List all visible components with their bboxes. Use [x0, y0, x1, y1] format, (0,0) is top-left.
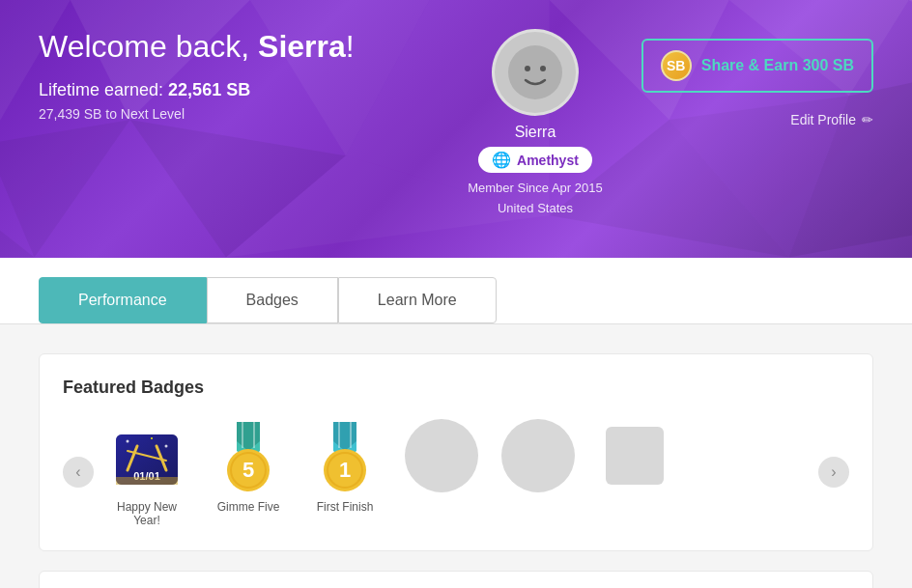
share-button-label: Share & Earn 300 SB: [701, 57, 854, 74]
list-item: 5 Gimme Five: [210, 417, 287, 514]
featured-badges-card: Featured Badges ‹: [39, 353, 873, 551]
tab-learn-more[interactable]: Learn More: [338, 277, 497, 323]
next-level: 27,439 SB to Next Level: [39, 106, 429, 122]
badges-carousel: ‹: [63, 417, 849, 527]
list-item: [403, 417, 480, 500]
badge-image: [596, 417, 673, 494]
level-name: Amethyst: [517, 153, 579, 168]
chevron-left-icon: ‹: [75, 463, 80, 481]
header-center: Sierra 🌐 Amethyst Member Since Apr 2015 …: [468, 29, 602, 219]
chevron-right-icon: ›: [831, 463, 836, 481]
level-badge: 🌐 Amethyst: [478, 147, 592, 173]
daily-streak-card[interactable]: Daily Streak ›: [39, 571, 873, 588]
badge-name: First Finish: [317, 500, 374, 514]
empty-badge: [501, 419, 575, 492]
carousel-prev-button[interactable]: ‹: [63, 457, 94, 488]
badge-name: Gimme Five: [217, 500, 280, 514]
list-item: [499, 417, 577, 500]
svg-point-21: [151, 437, 153, 439]
edit-profile-label: Edit Profile: [790, 112, 856, 127]
badge-image: [403, 417, 480, 494]
badge-image: 01/01: [108, 417, 185, 494]
member-since: Member Since Apr 2015 United States: [468, 179, 602, 219]
coin-icon: SB: [661, 50, 692, 81]
svg-rect-26: [116, 477, 178, 485]
list-item: [596, 417, 673, 500]
badges-list: 01/01 Happy New Year!: [103, 417, 809, 527]
featured-badges-title: Featured Badges: [63, 378, 849, 398]
tabs-container: Performance Badges Learn More: [0, 258, 912, 324]
header-left: Welcome back, Sierra! Lifetime earned: 2…: [39, 29, 429, 122]
svg-text:1: 1: [339, 458, 351, 482]
svg-point-15: [525, 66, 530, 71]
badge-image: [499, 417, 577, 494]
header-content: Welcome back, Sierra! Lifetime earned: 2…: [39, 29, 873, 219]
svg-point-20: [165, 444, 168, 447]
lifetime-earned: Lifetime earned: 22,561 SB: [39, 80, 429, 100]
list-item: 01/01 Happy New Year!: [103, 417, 190, 527]
header-banner: Welcome back, Sierra! Lifetime earned: 2…: [0, 0, 912, 258]
badge-name: Happy New Year!: [103, 500, 190, 527]
svg-point-16: [540, 66, 546, 71]
tabs: Performance Badges Learn More: [39, 277, 873, 323]
empty-badge: [606, 427, 664, 485]
tab-performance[interactable]: Performance: [39, 277, 207, 323]
share-earn-button[interactable]: SB Share & Earn 300 SB: [641, 39, 873, 93]
badge-image: 5: [210, 417, 287, 494]
badge-image: 1: [306, 417, 384, 494]
svg-point-19: [127, 439, 129, 442]
list-item: 1 First Finish: [306, 417, 384, 514]
svg-point-14: [508, 45, 562, 99]
globe-icon: 🌐: [492, 151, 511, 169]
pencil-icon: ✏: [862, 112, 873, 127]
edit-profile-link[interactable]: Edit Profile ✏: [790, 112, 873, 127]
welcome-message: Welcome back, Sierra!: [39, 29, 429, 65]
empty-badge: [405, 419, 478, 492]
carousel-next-button[interactable]: ›: [818, 457, 849, 488]
avatar: [492, 29, 579, 116]
main-content: Featured Badges ‹: [0, 324, 912, 588]
tab-badges[interactable]: Badges: [207, 277, 338, 323]
svg-text:5: 5: [242, 458, 254, 482]
profile-username: Sierra: [515, 124, 556, 141]
header-right: SB Share & Earn 300 SB Edit Profile ✏: [641, 39, 873, 127]
